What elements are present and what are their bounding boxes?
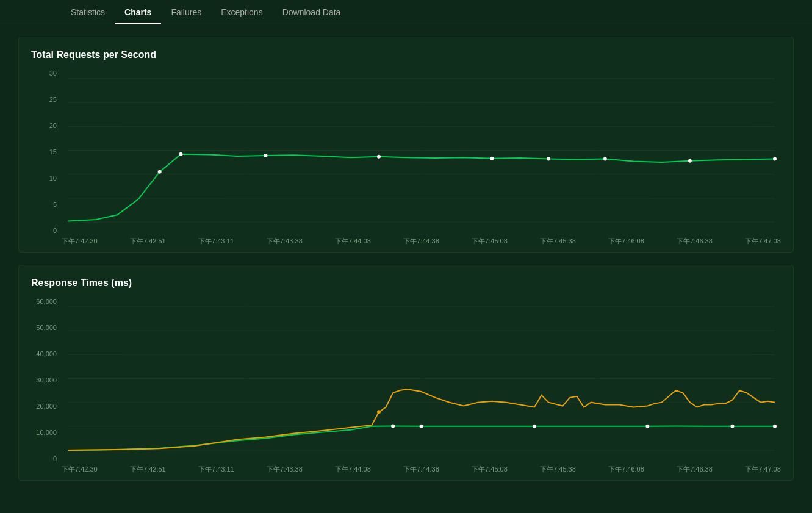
main-content: Total Requests per Second 302520151050 下… [0,24,812,505]
requests-y-axis: 302520151050 [31,70,62,234]
response-y-axis: 60,00050,00040,00030,00020,00010,0000 [31,298,62,462]
nav-exceptions[interactable]: Exceptions [211,0,272,24]
nav-charts[interactable]: Charts [115,0,161,24]
response-x-axis: 下午7:42:30下午7:42:51下午7:43:11下午7:43:38下午7:… [31,462,781,474]
nav-statistics[interactable]: Statistics [61,0,115,24]
response-chart-container: Response Times (ms) 60,00050,00040,00030… [18,265,794,481]
response-chart-canvas [62,298,781,462]
requests-x-axis: 下午7:42:30下午7:42:51下午7:43:11下午7:43:38下午7:… [31,234,781,246]
requests-chart-container: Total Requests per Second 302520151050 下… [18,37,794,253]
response-chart-title: Response Times (ms) [31,278,781,289]
nav-download-data[interactable]: Download Data [273,0,351,24]
navigation: Statistics Charts Failures Exceptions Do… [0,0,812,24]
nav-failures[interactable]: Failures [161,0,211,24]
requests-chart-canvas [62,70,781,234]
requests-chart-title: Total Requests per Second [31,49,781,60]
